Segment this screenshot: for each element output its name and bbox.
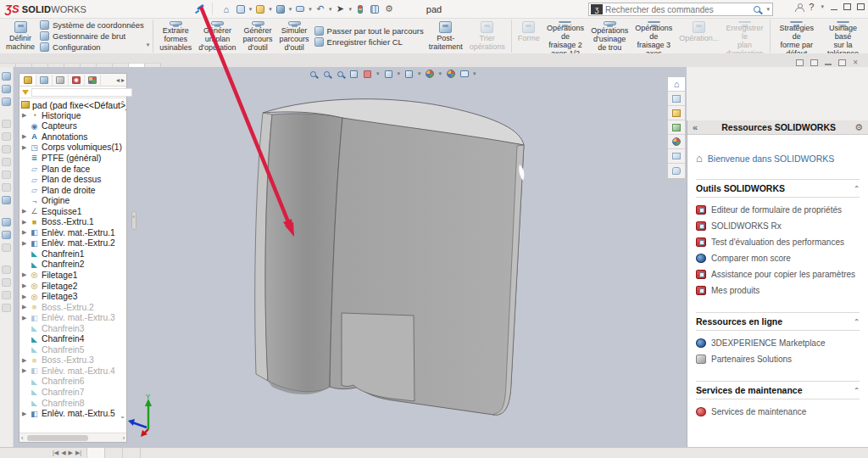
performance-icon[interactable]	[353, 3, 367, 15]
next-tab-icon[interactable]: ▶	[69, 450, 73, 456]
cam-ribbon-button[interactable]: Extraire formesusinables	[156, 20, 195, 53]
expand-arrow-icon[interactable]: ▶	[22, 112, 26, 119]
resource-item[interactable]: Assistance pour copier les paramètres	[696, 266, 860, 282]
expand-arrow-icon[interactable]: ▶	[22, 411, 26, 417]
left-toolbar-icon[interactable]	[2, 72, 11, 81]
bottom-tab[interactable]	[123, 448, 141, 458]
scroll-left-icon[interactable]: ‹	[19, 435, 25, 441]
machine-stack-item[interactable]: Configuration	[40, 42, 144, 53]
expand-arrow-icon[interactable]: ▶	[22, 133, 26, 140]
left-toolbar-icon[interactable]	[2, 231, 11, 239]
configurationmanager-tab[interactable]	[53, 75, 69, 86]
define-machine-button[interactable]: Définirmachine	[3, 20, 38, 53]
tree-item[interactable]: ▶ Capteurs	[21, 121, 126, 132]
expand-arrow-icon[interactable]: ▶	[22, 357, 26, 364]
view-palette-icon[interactable]	[668, 120, 685, 135]
tree-item[interactable]: ▶ Esquisse1	[21, 206, 126, 217]
pin-icon[interactable]	[195, 4, 205, 14]
tree-item[interactable]: ▶ Enlèv. mat.-Extru.1	[21, 227, 126, 238]
select-cursor-icon[interactable]: ➤	[333, 3, 347, 15]
tree-item[interactable]: ▶ Historique	[21, 110, 126, 121]
last-tab-icon[interactable]: ▶|	[75, 450, 81, 456]
tree-item[interactable]: ▶ Filetage3	[21, 291, 126, 302]
panel-gear-icon[interactable]: ⚙	[854, 122, 863, 133]
menu-item[interactable]	[108, 8, 120, 11]
tree-item[interactable]: ▶ Filetage1	[21, 270, 126, 281]
tree-item[interactable]: ▶ Enlèv. mat.-Extru.2	[21, 238, 126, 249]
left-toolbar-icon[interactable]	[2, 265, 11, 274]
tree-item[interactable]: ▶ Annotations	[21, 131, 126, 142]
machine-stack-item[interactable]: Système de coordonnées	[40, 20, 144, 31]
tree-item[interactable]: ▶ Plan de face	[21, 164, 126, 175]
tree-item[interactable]: ▶ Chanfrein8	[21, 398, 126, 409]
resource-item[interactable]: Comparer mon score	[696, 250, 860, 266]
doc-prev-icon[interactable]	[796, 59, 804, 66]
resource-item[interactable]: Partenaires Solutions	[696, 351, 860, 367]
user-account-icon[interactable]	[795, 3, 803, 11]
restore-button[interactable]	[857, 3, 865, 10]
left-toolbar-icon[interactable]	[2, 243, 11, 252]
post-ribbon-button[interactable]: Post-traitement	[426, 20, 466, 53]
left-toolbar-icon[interactable]	[2, 158, 11, 166]
menu-item[interactable]	[122, 8, 134, 11]
section-collapse-icon[interactable]: ⌃	[854, 318, 860, 326]
solidworks-resources-icon[interactable]: ⌂	[668, 77, 685, 92]
resource-item[interactable]: SOLIDWORKS Rx	[696, 218, 860, 234]
cam-ribbon-button[interactable]: Générerparcours d'outil	[240, 20, 276, 53]
displaymanager-tab[interactable]	[85, 75, 101, 86]
tree-item[interactable]: ▶ Enlèv. mat.-Extru.3	[21, 312, 126, 323]
save-icon[interactable]	[274, 3, 287, 15]
tree-item[interactable]: ▶ Enlèv. mat.-Extru.4	[21, 366, 126, 377]
left-toolbar-icon[interactable]	[2, 132, 11, 141]
command-search[interactable]: Ʒ ▾	[588, 3, 773, 16]
left-toolbar-icon[interactable]	[2, 291, 11, 299]
home-icon[interactable]: ⌂	[220, 3, 233, 15]
expand-arrow-icon[interactable]: ▶	[22, 271, 26, 278]
tree-filter-input[interactable]	[31, 88, 132, 97]
expand-arrow-icon[interactable]: ▶	[22, 144, 26, 151]
toolpath-stack-item[interactable]: Enregistrer fichier CL	[314, 36, 424, 47]
resource-item[interactable]: Mes produits	[696, 282, 860, 299]
help-icon[interactable]: ?	[809, 2, 814, 12]
print-icon[interactable]	[293, 3, 307, 15]
scrollbar-thumb[interactable]	[27, 435, 88, 441]
panel-splitter-handle[interactable]	[131, 211, 136, 230]
expand-arrow-icon[interactable]: ▶	[22, 367, 26, 374]
section-header[interactable]: Outils SOLIDWORKS ⌃	[696, 179, 860, 198]
left-toolbar-icon[interactable]	[2, 170, 11, 179]
settings-gear-icon[interactable]: ⚙	[382, 3, 396, 15]
bottom-tab[interactable]	[87, 448, 105, 458]
design-library-icon[interactable]	[668, 92, 685, 106]
menu-item[interactable]	[149, 8, 161, 11]
strategy-ribbon-button[interactable]: Stratégies deforme par défaut	[773, 20, 821, 53]
search-icon[interactable]	[754, 6, 760, 13]
tree-item[interactable]: ▶ Filetage2	[21, 281, 126, 292]
left-toolbar-icon[interactable]	[2, 278, 11, 287]
tree-item[interactable]: ▶ Chanfrein2	[21, 260, 126, 271]
doc-minimize-icon[interactable]	[825, 64, 832, 65]
custom-properties-icon[interactable]	[668, 149, 685, 164]
expand-arrow-icon[interactable]: ▶	[22, 240, 26, 247]
tree-item[interactable]: ▶ Boss.-Extru.3	[21, 355, 126, 366]
resource-item[interactable]: Test d'évaluation des performances	[696, 234, 860, 250]
section-header[interactable]: Ressources en ligne ⌃	[696, 312, 860, 331]
featuremanager-tab[interactable]	[20, 75, 36, 86]
resource-item[interactable]: 3DEXPERIENCE Marketplace	[696, 335, 860, 351]
tree-root-item[interactable]: pad (pad fixe<<Défaut>_E	[21, 99, 126, 110]
tree-horizontal-scrollbar[interactable]: ‹ ›	[19, 433, 126, 442]
doc-close-icon[interactable]: ×	[853, 58, 858, 67]
left-toolbar-icon[interactable]	[2, 98, 11, 106]
left-toolbar-icon[interactable]	[2, 218, 11, 226]
doc-next-icon[interactable]	[810, 59, 818, 66]
prev-tab-icon[interactable]: ◀	[61, 450, 65, 456]
menu-item[interactable]	[163, 8, 175, 11]
tree-item[interactable]: ▶ Chanfrein5	[21, 344, 126, 355]
post-ribbon-button[interactable]: Trieropérations	[466, 20, 509, 53]
expand-arrow-icon[interactable]: ▶	[22, 229, 26, 236]
machine-stack-item[interactable]: Gestionnaire de brut	[40, 31, 144, 42]
operation-ribbon-button[interactable]: Enregistrer leplan d'opération	[722, 20, 766, 53]
left-toolbar-icon[interactable]	[2, 196, 11, 204]
expand-arrow-icon[interactable]: ▶	[22, 293, 26, 300]
file-explorer-icon[interactable]	[668, 106, 685, 120]
graphics-viewport[interactable]: ▾ ▾ ▾ ▾ ▾	[14, 67, 687, 447]
